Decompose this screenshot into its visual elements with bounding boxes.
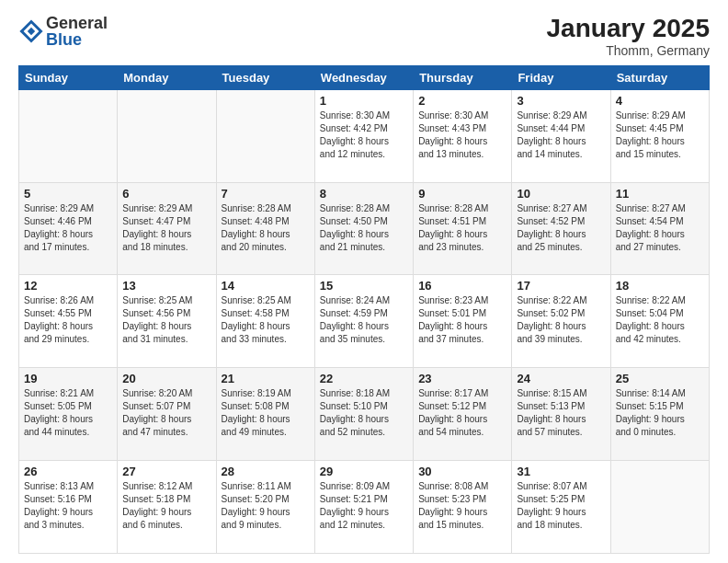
day-info: Sunrise: 8:29 AM Sunset: 4:45 PM Dayligh…: [616, 109, 704, 161]
day-number: 22: [320, 372, 408, 385]
day-number: 4: [616, 94, 704, 108]
day-info: Sunrise: 8:30 AM Sunset: 4:43 PM Dayligh…: [418, 109, 506, 161]
day-info: Sunrise: 8:28 AM Sunset: 4:50 PM Dayligh…: [320, 202, 408, 254]
day-info: Sunrise: 8:20 AM Sunset: 5:07 PM Dayligh…: [122, 387, 210, 439]
day-number: 1: [320, 94, 408, 108]
calendar-subtitle: Thomm, Germany: [547, 43, 710, 58]
day-info: Sunrise: 8:12 AM Sunset: 5:18 PM Dayligh…: [122, 480, 210, 532]
calendar-cell: 26Sunrise: 8:13 AM Sunset: 5:16 PM Dayli…: [19, 461, 118, 554]
header-sunday: Sunday: [19, 65, 118, 89]
calendar-cell: [610, 461, 709, 554]
day-number: 19: [24, 372, 112, 385]
calendar-cell: 15Sunrise: 8:24 AM Sunset: 4:59 PM Dayli…: [314, 275, 413, 368]
day-info: Sunrise: 8:24 AM Sunset: 4:59 PM Dayligh…: [320, 294, 408, 346]
day-number: 17: [517, 279, 605, 293]
calendar-cell: 19Sunrise: 8:21 AM Sunset: 5:05 PM Dayli…: [19, 368, 118, 461]
day-number: 14: [222, 279, 310, 293]
calendar-cell: 27Sunrise: 8:12 AM Sunset: 5:18 PM Dayli…: [118, 461, 216, 554]
day-info: Sunrise: 8:11 AM Sunset: 5:20 PM Dayligh…: [222, 480, 310, 532]
header-wednesday: Wednesday: [314, 65, 413, 89]
day-info: Sunrise: 8:27 AM Sunset: 4:52 PM Dayligh…: [517, 202, 605, 254]
day-info: Sunrise: 8:18 AM Sunset: 5:10 PM Dayligh…: [320, 387, 408, 439]
calendar-title: January 2025: [547, 15, 710, 43]
logo: General Blue: [18, 15, 108, 48]
calendar-cell: 14Sunrise: 8:25 AM Sunset: 4:58 PM Dayli…: [216, 275, 314, 368]
calendar-cell: 2Sunrise: 8:30 AM Sunset: 4:43 PM Daylig…: [414, 89, 512, 182]
day-number: 9: [418, 187, 506, 201]
calendar-cell: 6Sunrise: 8:29 AM Sunset: 4:47 PM Daylig…: [118, 182, 216, 275]
calendar-cell: 31Sunrise: 8:07 AM Sunset: 5:25 PM Dayli…: [512, 461, 610, 554]
day-number: 16: [418, 279, 506, 293]
header-saturday: Saturday: [610, 65, 709, 89]
day-number: 10: [517, 187, 605, 201]
day-number: 28: [222, 465, 310, 478]
day-number: 8: [320, 187, 408, 201]
logo-text: General Blue: [46, 15, 108, 48]
calendar-cell: 29Sunrise: 8:09 AM Sunset: 5:21 PM Dayli…: [314, 461, 413, 554]
day-info: Sunrise: 8:29 AM Sunset: 4:44 PM Dayligh…: [517, 109, 605, 161]
day-info: Sunrise: 8:07 AM Sunset: 5:25 PM Dayligh…: [517, 480, 605, 532]
calendar-cell: 9Sunrise: 8:28 AM Sunset: 4:51 PM Daylig…: [414, 182, 512, 275]
day-info: Sunrise: 8:08 AM Sunset: 5:23 PM Dayligh…: [418, 480, 506, 532]
day-number: 25: [616, 372, 704, 385]
day-info: Sunrise: 8:21 AM Sunset: 5:05 PM Dayligh…: [24, 387, 112, 439]
calendar-week-3: 12Sunrise: 8:26 AM Sunset: 4:55 PM Dayli…: [19, 275, 710, 368]
calendar-week-2: 5Sunrise: 8:29 AM Sunset: 4:46 PM Daylig…: [19, 182, 710, 275]
day-info: Sunrise: 8:13 AM Sunset: 5:16 PM Dayligh…: [24, 480, 112, 532]
day-number: 11: [616, 187, 704, 201]
calendar-cell: 11Sunrise: 8:27 AM Sunset: 4:54 PM Dayli…: [610, 182, 709, 275]
logo-blue: Blue: [46, 31, 108, 48]
day-number: 31: [517, 465, 605, 478]
calendar-cell: 16Sunrise: 8:23 AM Sunset: 5:01 PM Dayli…: [414, 275, 512, 368]
day-number: 18: [616, 279, 704, 293]
calendar-cell: 17Sunrise: 8:22 AM Sunset: 5:02 PM Dayli…: [512, 275, 610, 368]
day-number: 24: [517, 372, 605, 385]
calendar-cell: 20Sunrise: 8:20 AM Sunset: 5:07 PM Dayli…: [118, 368, 216, 461]
day-info: Sunrise: 8:15 AM Sunset: 5:13 PM Dayligh…: [517, 387, 605, 439]
calendar-cell: 3Sunrise: 8:29 AM Sunset: 4:44 PM Daylig…: [512, 89, 610, 182]
day-info: Sunrise: 8:29 AM Sunset: 4:46 PM Dayligh…: [24, 202, 112, 254]
day-info: Sunrise: 8:09 AM Sunset: 5:21 PM Dayligh…: [320, 480, 408, 532]
calendar-cell: 25Sunrise: 8:14 AM Sunset: 5:15 PM Dayli…: [610, 368, 709, 461]
calendar-week-4: 19Sunrise: 8:21 AM Sunset: 5:05 PM Dayli…: [19, 368, 710, 461]
calendar-cell: 4Sunrise: 8:29 AM Sunset: 4:45 PM Daylig…: [610, 89, 709, 182]
day-info: Sunrise: 8:22 AM Sunset: 5:02 PM Dayligh…: [517, 294, 605, 346]
day-info: Sunrise: 8:30 AM Sunset: 4:42 PM Dayligh…: [320, 109, 408, 161]
title-block: January 2025 Thomm, Germany: [547, 15, 710, 58]
day-number: 13: [122, 279, 210, 293]
calendar-cell: 10Sunrise: 8:27 AM Sunset: 4:52 PM Dayli…: [512, 182, 610, 275]
day-info: Sunrise: 8:17 AM Sunset: 5:12 PM Dayligh…: [418, 387, 506, 439]
day-number: 12: [24, 279, 112, 293]
header-monday: Monday: [118, 65, 216, 89]
header-thursday: Thursday: [414, 65, 512, 89]
calendar-table: Sunday Monday Tuesday Wednesday Thursday…: [18, 65, 710, 554]
calendar-cell: 21Sunrise: 8:19 AM Sunset: 5:08 PM Dayli…: [216, 368, 314, 461]
day-number: 2: [418, 94, 506, 108]
calendar-cell: 8Sunrise: 8:28 AM Sunset: 4:50 PM Daylig…: [314, 182, 413, 275]
logo-icon: [18, 18, 44, 44]
calendar-cell: 13Sunrise: 8:25 AM Sunset: 4:56 PM Dayli…: [118, 275, 216, 368]
day-number: 7: [222, 187, 310, 201]
day-number: 30: [418, 465, 506, 478]
day-info: Sunrise: 8:28 AM Sunset: 4:48 PM Dayligh…: [222, 202, 310, 254]
day-info: Sunrise: 8:25 AM Sunset: 4:58 PM Dayligh…: [222, 294, 310, 346]
day-number: 6: [122, 187, 210, 201]
day-number: 26: [24, 465, 112, 478]
calendar-cell: 30Sunrise: 8:08 AM Sunset: 5:23 PM Dayli…: [414, 461, 512, 554]
day-info: Sunrise: 8:19 AM Sunset: 5:08 PM Dayligh…: [222, 387, 310, 439]
calendar-week-1: 1Sunrise: 8:30 AM Sunset: 4:42 PM Daylig…: [19, 89, 710, 182]
day-info: Sunrise: 8:22 AM Sunset: 5:04 PM Dayligh…: [616, 294, 704, 346]
calendar-cell: 22Sunrise: 8:18 AM Sunset: 5:10 PM Dayli…: [314, 368, 413, 461]
calendar-cell: 7Sunrise: 8:28 AM Sunset: 4:48 PM Daylig…: [216, 182, 314, 275]
header-tuesday: Tuesday: [216, 65, 314, 89]
header-friday: Friday: [512, 65, 610, 89]
calendar-cell: 5Sunrise: 8:29 AM Sunset: 4:46 PM Daylig…: [19, 182, 118, 275]
calendar-cell: 1Sunrise: 8:30 AM Sunset: 4:42 PM Daylig…: [314, 89, 413, 182]
day-number: 21: [222, 372, 310, 385]
day-number: 29: [320, 465, 408, 478]
calendar-week-5: 26Sunrise: 8:13 AM Sunset: 5:16 PM Dayli…: [19, 461, 710, 554]
day-number: 5: [24, 187, 112, 201]
calendar-cell: [216, 89, 314, 182]
calendar-cell: 28Sunrise: 8:11 AM Sunset: 5:20 PM Dayli…: [216, 461, 314, 554]
logo-general: General: [46, 15, 108, 31]
